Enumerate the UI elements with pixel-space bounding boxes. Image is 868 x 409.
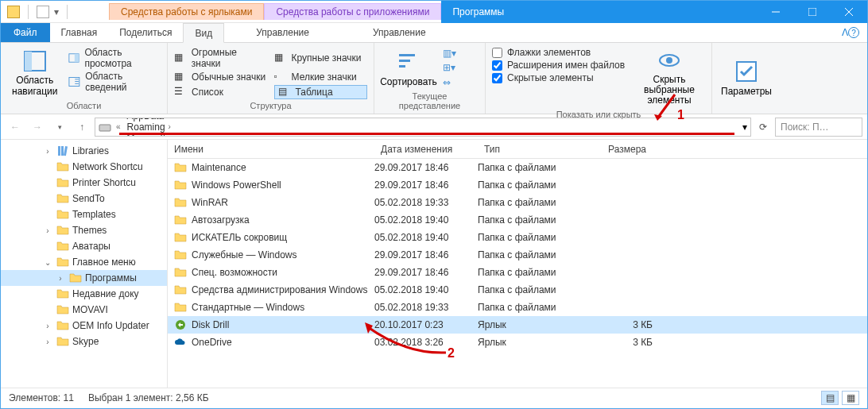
status-count: Элементов: 11	[9, 392, 74, 403]
column-headers[interactable]: Имени Дата изменения Тип Размера	[168, 140, 867, 159]
tree-item[interactable]: ›Программы	[1, 270, 167, 286]
group-current-label: Текущее представление	[381, 90, 479, 110]
file-row[interactable]: Windows PowerShell29.09.2017 18:46Папка …	[168, 176, 867, 194]
back-button[interactable]: ←	[6, 118, 25, 137]
layout-large[interactable]: ▦Крупные значки	[274, 46, 368, 70]
svg-rect-21	[99, 125, 110, 131]
context-tab-shortcuts[interactable]: Средства работы с ярлыками	[109, 3, 264, 20]
checkbox-hidden-items[interactable]	[492, 73, 502, 83]
label-extensions: Расширения имен файлов	[507, 60, 625, 71]
tab-manage-2[interactable]: Управление	[341, 23, 458, 42]
title-bar: ▾ Средства работы с ярлыками Средства ра…	[1, 1, 867, 23]
tree-item[interactable]: MOVAVI	[1, 302, 167, 318]
window-title: Программы	[441, 1, 515, 23]
nav-pane-button[interactable]: Область навигации	[7, 46, 62, 99]
options-button[interactable]: Параметры	[719, 46, 774, 109]
tree-item[interactable]: ›Themes	[1, 222, 167, 238]
tree-item[interactable]: Аватары	[1, 238, 167, 254]
group-layout-label: Структура	[174, 99, 367, 110]
tree-item[interactable]: ›OEM Info Updater	[1, 318, 167, 334]
breadcrumb-box[interactable]: « Локальный диск (C:)›Пользователи›MERS›…	[95, 118, 751, 137]
status-selection: Выбран 1 элемент: 2,56 КБ	[88, 392, 209, 403]
svg-rect-20	[76, 83, 79, 84]
tab-manage-1[interactable]: Управление	[224, 23, 341, 42]
file-row[interactable]: Служебные — Windows29.09.2017 18:46Папка…	[168, 246, 867, 264]
tree-item[interactable]: Недавние доку	[1, 286, 167, 302]
refresh-button[interactable]: ⟳	[754, 118, 772, 136]
tree-item[interactable]: ›Skype	[1, 334, 167, 349]
group-panes-label: Области	[7, 99, 161, 110]
checkbox-extensions[interactable]	[492, 60, 502, 71]
tree-item[interactable]: SendTo	[1, 191, 167, 206]
sizecols-icon[interactable]: ⇔	[443, 77, 456, 88]
col-date[interactable]: Дата изменения	[374, 144, 478, 155]
layout-details[interactable]: ▤Таблица	[274, 85, 368, 99]
address-dropdown-icon[interactable]: ▾	[742, 122, 747, 133]
preview-pane-button[interactable]: Область просмотра	[68, 46, 161, 70]
file-row[interactable]: WinRAR05.02.2018 19:33Папка с файлами	[168, 194, 867, 211]
layout-list[interactable]: ☰Список	[174, 85, 268, 99]
col-name[interactable]: Имени	[168, 144, 374, 155]
tree-item[interactable]: ›Libraries	[1, 143, 167, 159]
file-row[interactable]: OneDrive03.02.2018 3:26Ярлык3 КБ	[168, 334, 867, 351]
file-row[interactable]: Maintenance29.09.2017 18:46Папка с файла…	[168, 159, 867, 176]
view-details-icon[interactable]: ▤	[821, 391, 839, 405]
minimize-button[interactable]	[758, 1, 794, 23]
view-large-icon[interactable]: ▦	[842, 391, 859, 405]
file-menu[interactable]: Файл	[1, 23, 50, 42]
layout-medium[interactable]: ▦Обычные значки	[174, 70, 268, 84]
tab-view[interactable]: Вид	[183, 23, 224, 43]
tree-item[interactable]: Templates	[1, 206, 167, 222]
file-row[interactable]: Спец. возможности29.09.2017 18:46Папка с…	[168, 264, 867, 281]
breadcrumb-segment[interactable]: Roaming›	[126, 122, 227, 133]
sort-button[interactable]: Сортировать	[381, 46, 436, 90]
qat-button-1[interactable]	[37, 6, 49, 18]
col-size[interactable]: Размера	[589, 144, 653, 155]
folder-qat-icon	[7, 6, 20, 18]
qat-dropdown-icon[interactable]: ▾	[54, 6, 59, 17]
label-item-checkboxes: Флажки элементов	[507, 47, 591, 58]
ribbon: Область навигации Область просмотра Обла…	[1, 43, 867, 114]
svg-rect-16	[75, 54, 79, 62]
tab-home[interactable]: Главная	[50, 23, 109, 42]
search-input[interactable]: Поиск: П…	[775, 118, 862, 137]
close-button[interactable]	[831, 1, 867, 23]
svg-rect-19	[76, 81, 79, 82]
tab-share[interactable]: Поделиться	[108, 23, 183, 42]
svg-rect-14	[808, 8, 816, 16]
file-row[interactable]: Автозагрузка05.02.2018 19:40Папка с файл…	[168, 211, 867, 229]
file-row[interactable]: Стандартные — Windows05.02.2018 19:33Пап…	[168, 299, 867, 316]
context-tab-apps[interactable]: Средства работы с приложениями	[264, 3, 441, 20]
status-bar: Элементов: 11 Выбран 1 элемент: 2,56 КБ …	[1, 388, 867, 407]
maximize-button[interactable]	[794, 1, 831, 23]
tree-item[interactable]: Printer Shortcu	[1, 175, 167, 191]
file-list[interactable]: Имени Дата изменения Тип Размера Mainten…	[168, 140, 867, 388]
forward-button[interactable]: →	[28, 118, 47, 137]
file-row[interactable]: Disk Drill20.10.2017 0:23Ярлык3 КБ	[168, 316, 867, 334]
addcol-icon[interactable]: ⊞▾	[443, 62, 456, 73]
tree-item[interactable]: Network Shortcu	[1, 159, 167, 175]
col-type[interactable]: Тип	[478, 144, 589, 155]
up-button[interactable]: ↑	[72, 118, 91, 137]
address-bar: ← → ▾ ↑ « Локальный диск (C:)›Пользовате…	[1, 114, 867, 140]
groupby-icon[interactable]: ▥▾	[443, 48, 456, 59]
ribbon-tabs: Файл Главная Поделиться Вид Управление У…	[1, 23, 867, 43]
drive-icon	[99, 121, 111, 133]
layout-small[interactable]: ▫Мелкие значки	[274, 70, 368, 84]
nav-tree[interactable]: ›LibrariesNetwork ShortcuPrinter Shortcu…	[1, 140, 168, 388]
checkbox-item-checkboxes[interactable]	[492, 48, 502, 58]
svg-rect-18	[76, 79, 79, 79]
layout-huge[interactable]: ▦Огромные значки	[174, 46, 268, 70]
recent-dropdown[interactable]: ▾	[50, 118, 69, 137]
ribbon-collapse-icon[interactable]: ᐱ ?	[834, 23, 867, 42]
label-hidden-items: Скрытые элементы	[507, 72, 594, 83]
hide-selected-button[interactable]: Скрыть выбранные элементы	[634, 46, 705, 108]
content-area: ›LibrariesNetwork ShortcuPrinter Shortcu…	[1, 140, 867, 388]
file-row[interactable]: ИСКАТЕЛЬ сокровищ05.02.2018 19:40Папка с…	[168, 229, 867, 246]
tree-item[interactable]: ⌄Главное меню	[1, 254, 167, 270]
details-pane-button[interactable]: Область сведений	[68, 70, 161, 94]
annotation-underline	[119, 133, 734, 135]
file-row[interactable]: Средства администрирования Windows05.02.…	[168, 281, 867, 299]
